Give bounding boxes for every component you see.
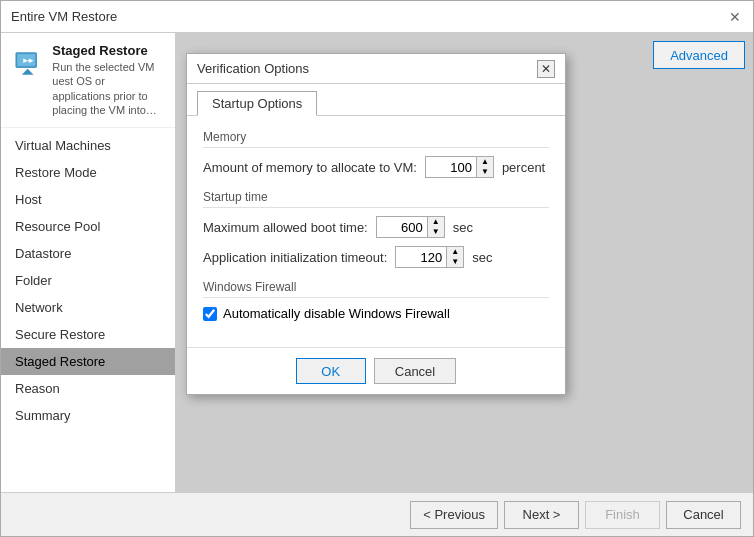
- boot-time-field[interactable]: [377, 218, 427, 237]
- modal-ok-button[interactable]: OK: [296, 358, 366, 384]
- memory-spinner: ▲ ▼: [425, 156, 494, 178]
- bottom-bar: < Previous Next > Finish Cancel: [1, 492, 753, 536]
- sidebar-item-restore-mode[interactable]: Restore Mode: [1, 159, 175, 186]
- startup-time-section-label: Startup time: [203, 190, 549, 208]
- app-timeout-row: Application initialization timeout: ▲ ▼: [203, 246, 549, 268]
- sidebar: Staged Restore Run the selected VMuest O…: [1, 33, 176, 492]
- app-timeout-label: Application initialization timeout:: [203, 250, 387, 265]
- app-timeout-increment-button[interactable]: ▲: [447, 247, 463, 257]
- tab-startup-options[interactable]: Startup Options: [197, 91, 317, 116]
- sidebar-item-folder[interactable]: Folder: [1, 267, 175, 294]
- modal-close-button[interactable]: ✕: [537, 60, 555, 78]
- vm-restore-icon: [13, 43, 42, 83]
- sidebar-description: Run the selected VMuest OS or applicatio…: [52, 60, 163, 117]
- boot-time-spinner: ▲ ▼: [376, 216, 445, 238]
- sidebar-nav: Virtual Machines Restore Mode Host Resou…: [1, 128, 175, 429]
- next-button[interactable]: Next >: [504, 501, 579, 529]
- memory-section: Memory Amount of memory to allocate to V…: [203, 130, 549, 178]
- modal-footer: OK Cancel: [187, 347, 565, 394]
- memory-amount-field[interactable]: [426, 158, 476, 177]
- memory-amount-label: Amount of memory to allocate to VM:: [203, 160, 417, 175]
- modal-body: Memory Amount of memory to allocate to V…: [187, 116, 565, 347]
- app-timeout-input-group: ▲ ▼ sec: [395, 246, 492, 268]
- memory-unit-label: percent: [502, 160, 545, 175]
- window-body: Staged Restore Run the selected VMuest O…: [1, 33, 753, 492]
- boot-time-input-group: ▲ ▼ sec: [376, 216, 473, 238]
- window-close-button[interactable]: ✕: [727, 9, 743, 25]
- main-content: Verification Options ✕ Startup Options M…: [176, 33, 753, 492]
- sidebar-item-host[interactable]: Host: [1, 186, 175, 213]
- boot-time-unit-label: sec: [453, 220, 473, 235]
- app-timeout-field[interactable]: [396, 248, 446, 267]
- modal-tabs: Startup Options: [187, 84, 565, 116]
- modal-overlay: Verification Options ✕ Startup Options M…: [176, 33, 753, 492]
- boot-time-increment-button[interactable]: ▲: [428, 217, 444, 227]
- app-timeout-spinner-buttons: ▲ ▼: [446, 247, 463, 267]
- memory-section-label: Memory: [203, 130, 549, 148]
- memory-amount-input-group: ▲ ▼ percent: [425, 156, 545, 178]
- cancel-button[interactable]: Cancel: [666, 501, 741, 529]
- boot-time-row: Maximum allowed boot time: ▲ ▼: [203, 216, 549, 238]
- modal-title: Verification Options: [197, 61, 309, 76]
- main-window: Entire VM Restore ✕ Staged Restore Run t…: [0, 0, 754, 537]
- boot-time-decrement-button[interactable]: ▼: [428, 227, 444, 237]
- advanced-button-container: Advanced: [653, 41, 745, 69]
- modal-title-bar: Verification Options ✕: [187, 54, 565, 84]
- boot-time-label: Maximum allowed boot time:: [203, 220, 368, 235]
- title-bar: Entire VM Restore ✕: [1, 1, 753, 33]
- sidebar-item-resource-pool[interactable]: Resource Pool: [1, 213, 175, 240]
- sidebar-item-network[interactable]: Network: [1, 294, 175, 321]
- window-title: Entire VM Restore: [11, 9, 117, 24]
- sidebar-item-reason[interactable]: Reason: [1, 375, 175, 402]
- sidebar-item-virtual-machines[interactable]: Virtual Machines: [1, 132, 175, 159]
- finish-button[interactable]: Finish: [585, 501, 660, 529]
- memory-amount-row: Amount of memory to allocate to VM: ▲ ▼: [203, 156, 549, 178]
- disable-firewall-checkbox[interactable]: [203, 307, 217, 321]
- startup-time-section: Startup time Maximum allowed boot time: …: [203, 190, 549, 268]
- windows-firewall-section-label: Windows Firewall: [203, 280, 549, 298]
- disable-firewall-row: Automatically disable Windows Firewall: [203, 306, 549, 321]
- sidebar-title: Staged Restore: [52, 43, 163, 58]
- sidebar-item-datastore[interactable]: Datastore: [1, 240, 175, 267]
- modal-cancel-button[interactable]: Cancel: [374, 358, 456, 384]
- memory-spinner-buttons: ▲ ▼: [476, 157, 493, 177]
- sidebar-item-summary[interactable]: Summary: [1, 402, 175, 429]
- app-timeout-decrement-button[interactable]: ▼: [447, 257, 463, 267]
- memory-increment-button[interactable]: ▲: [477, 157, 493, 167]
- advanced-button[interactable]: Advanced: [653, 41, 745, 69]
- sidebar-header: Staged Restore Run the selected VMuest O…: [1, 33, 175, 128]
- memory-decrement-button[interactable]: ▼: [477, 167, 493, 177]
- previous-button[interactable]: < Previous: [410, 501, 498, 529]
- boot-time-spinner-buttons: ▲ ▼: [427, 217, 444, 237]
- app-timeout-spinner: ▲ ▼: [395, 246, 464, 268]
- disable-firewall-label: Automatically disable Windows Firewall: [223, 306, 450, 321]
- verification-options-dialog: Verification Options ✕ Startup Options M…: [186, 53, 566, 395]
- svg-rect-1: [17, 54, 35, 66]
- app-timeout-unit-label: sec: [472, 250, 492, 265]
- sidebar-item-secure-restore[interactable]: Secure Restore: [1, 321, 175, 348]
- sidebar-header-content: Staged Restore Run the selected VMuest O…: [52, 43, 163, 117]
- sidebar-item-staged-restore[interactable]: Staged Restore: [1, 348, 175, 375]
- windows-firewall-section: Windows Firewall Automatically disable W…: [203, 280, 549, 321]
- svg-marker-2: [22, 69, 34, 75]
